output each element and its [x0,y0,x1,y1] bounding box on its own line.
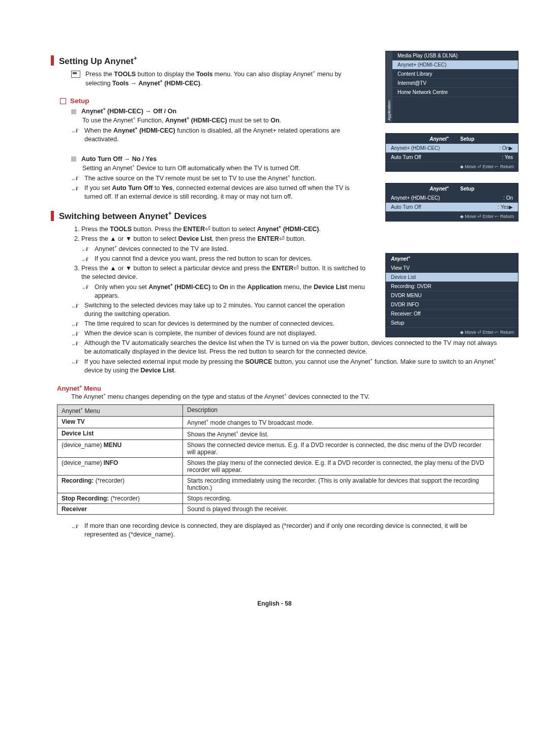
osd-item: Setup [386,319,518,328]
note-text: When the Anynet+ (HDMI-CEC) function is … [84,126,358,144]
option-body: Setting an Anynet+ Device to turn Off au… [82,164,370,173]
note-text: Only when you set Anynet+ (HDMI-CEC) to … [95,282,369,300]
note-text: When the device scan is complete, the nu… [84,329,317,338]
bullet-icon [71,109,76,114]
note-text: If you have selected external input mode… [84,357,498,375]
table-row: View TVAnynet+ mode changes to TV broadc… [57,416,494,428]
note-icon: 𝒩 [71,522,79,530]
tools-intro-text: Press the TOOLS button to display the To… [85,70,358,88]
note-icon: 𝒩 [71,184,79,193]
osd-device-list: Anynet+ View TV Device List Recording: D… [385,253,518,337]
anynet-menu-table: Anynet+ Menu Description View TVAnynet+ … [57,404,494,515]
osd-item: Recording: DVDR [386,282,518,291]
note-icon: 𝒩 [71,339,79,348]
note-icon: 𝒩 [81,255,89,263]
osd-row-selected: Anynet+ (HDMI-CEC): On▶ [386,144,518,153]
osd-item: DVDR MENU [386,291,518,300]
osd-application-menu: Application Media Play (USB & DLNA) Anyn… [385,51,518,123]
bullet-icon [71,156,76,162]
step-1: Press the TOOLS button. Press the ENTER⏎… [81,225,498,234]
osd-row: Anynet+ (HDMI-CEC): On [386,194,518,203]
table-row: (device_name) MENUShows the connected de… [57,439,494,457]
subheading-anynet-menu: Anynet+ Menu [57,384,498,392]
option-body: To use the Anynet+ Function, Anynet+ (HD… [82,116,370,125]
note-icon: 𝒩 [71,174,79,182]
table-header-row: Anynet+ Menu Description [57,404,494,416]
osd-item: Receiver: Off [386,309,518,319]
osd-row: Auto Turn Off: Yes [386,153,518,162]
note-icon: 𝒩 [71,330,79,338]
osd-item: Internet@TV [392,79,518,88]
note-text: If more than one recording device is con… [84,522,498,539]
page-footer: English - 58 [51,600,498,607]
note-text: Although the TV automatically searches t… [84,339,498,356]
osd-item: DVDR INFO [386,300,518,309]
osd-item: Home Network Centre [392,88,518,97]
note-text: The time required to scan for devices is… [84,320,334,328]
table-row: Recording: (*recorder)Starts recording i… [57,475,494,493]
note-icon: 𝒩 [81,283,89,291]
osd-setup-1: Anynet+ Setup Anynet+ (HDMI-CEC): On▶ Au… [385,133,518,172]
osd-setup-2: Anynet+ Setup Anynet+ (HDMI-CEC): On Aut… [385,183,518,222]
osd-footer-hints: ◆ Move ⏎ Enter ⤺ Return [386,162,518,171]
note-icon: 𝒩 [71,302,79,310]
table-header: Description [183,404,494,416]
note-icon: 𝒩 [71,320,79,328]
table-row: (device_name) INFOShows the play menu of… [57,457,494,475]
osd-item-selected: Anynet+ (HDMI-CEC) [392,60,518,70]
note-text: If you cannot find a device you want, pr… [95,255,312,263]
osd-item: Media Play (USB & DLNA) [392,51,518,60]
note-text: The active source on the TV remote must … [84,174,316,183]
table-header: Anynet+ Menu [57,404,183,416]
note-icon: 𝒩 [71,127,79,135]
note-icon: 𝒩 [81,245,89,253]
table-row: ReceiverSound is played through the rece… [57,503,494,514]
osd-row-selected: Auto Turn Off: Yes▶ [386,203,518,212]
tools-button-icon [71,71,80,78]
osd-item-selected: Device List [386,273,518,282]
note-text: Anynet+ devices connected to the TV are … [95,244,228,254]
osd-item: Content Library [392,70,518,79]
osd-tab-label: Application [386,51,392,122]
osd-footer-hints: ◆ Move ⏎ Enter ⤺ Return [386,212,518,221]
osd-footer-hints: ◆ Move ⏎ Enter ⤺ Return [386,328,518,337]
table-row: Stop Recording: (*recorder)Stops recordi… [57,493,494,503]
note-icon: 𝒩 [71,358,79,366]
note-text: If you set Auto Turn Off to Yes, connect… [84,184,358,201]
table-row: Device ListShows the Anynet+ device list… [57,428,494,439]
osd-item: View TV [386,264,518,273]
note-text: Switching to the selected devices may ta… [84,301,358,319]
menu-intro: The Anynet+ menu changes depending on th… [71,392,498,401]
